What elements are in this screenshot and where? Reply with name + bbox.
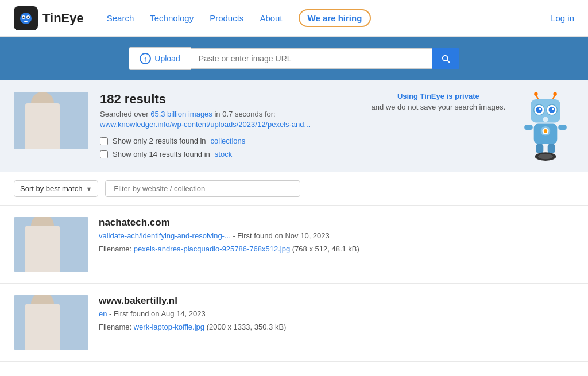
result-item: nachatech.com validate-ach/identifying-a… bbox=[0, 206, 588, 284]
result-url-link-2[interactable]: en bbox=[99, 309, 107, 318]
sort-label: Sort by best match bbox=[20, 184, 82, 193]
searched-text: Searched over bbox=[100, 110, 150, 118]
filename-link-1[interactable]: pexels-andrea-piacquadio-925786-768x512.… bbox=[134, 245, 290, 253]
nav-products[interactable]: Products bbox=[210, 13, 243, 23]
images-count: 65.3 billion images bbox=[150, 110, 212, 118]
result-filename-1: Filename: pexels-andrea-piacquadio-92578… bbox=[99, 245, 574, 253]
checkbox1-pre: Show only 2 results found in bbox=[113, 137, 206, 145]
search-button[interactable] bbox=[432, 48, 459, 69]
chevron-down-icon: ▼ bbox=[86, 185, 92, 192]
svg-point-24 bbox=[544, 129, 547, 133]
checkbox-collections[interactable]: Show only 2 results found in collections bbox=[100, 137, 360, 145]
upload-button[interactable]: ↑ Upload bbox=[129, 47, 190, 70]
svg-point-20 bbox=[543, 117, 548, 122]
sort-filter-bar: Sort by best match ▼ bbox=[0, 172, 588, 206]
result-filename-2: Filename: werk-laptop-koffie.jpg (2000 x… bbox=[99, 323, 574, 331]
checkbox2-pre: Show only 14 results found in bbox=[113, 150, 210, 158]
filename-suffix-1: (768 x 512, 48.1 kB) bbox=[290, 245, 359, 253]
svg-rect-25 bbox=[524, 125, 533, 130]
filename-pre-1: Filename: bbox=[99, 245, 134, 253]
logo-text: TinEye bbox=[42, 11, 84, 26]
results-thumbnail bbox=[14, 92, 88, 149]
privacy-text: and we do not save your search images. bbox=[372, 103, 505, 111]
logo-icon bbox=[14, 6, 38, 30]
svg-rect-6 bbox=[24, 21, 28, 22]
filter-checkboxes: Show only 2 results found in collections… bbox=[100, 137, 360, 158]
svg-point-10 bbox=[553, 92, 556, 95]
result-info-2: www.bakertilly.nl en - First found on Au… bbox=[99, 295, 574, 331]
results-searched: Searched over 65.3 billion images in 0.7… bbox=[100, 110, 360, 118]
hiring-button[interactable]: We are hiring bbox=[299, 9, 372, 27]
svg-point-16 bbox=[539, 108, 541, 110]
filename-pre-2: Filename: bbox=[99, 323, 134, 331]
time-text: in 0.7 seconds for: bbox=[212, 110, 276, 118]
result-info-1: nachatech.com validate-ach/identifying-a… bbox=[99, 217, 574, 253]
svg-point-14 bbox=[536, 107, 542, 113]
main-nav: Search Technology Products About We are … bbox=[107, 9, 551, 27]
result-url-suffix-2: - First found on Aug 14, 2023 bbox=[107, 309, 205, 318]
svg-point-4 bbox=[23, 16, 25, 18]
nav-technology[interactable]: Technology bbox=[150, 13, 194, 23]
result-domain-1: nachatech.com bbox=[99, 217, 574, 228]
search-icon bbox=[440, 53, 451, 64]
svg-point-5 bbox=[28, 16, 29, 18]
url-input[interactable] bbox=[191, 48, 432, 69]
results-count: 182 results bbox=[100, 92, 360, 107]
result-domain-2: www.bakertilly.nl bbox=[99, 295, 574, 307]
svg-rect-28 bbox=[548, 144, 555, 153]
results-section: 182 results Searched over 65.3 billion i… bbox=[0, 80, 588, 172]
result-url-suffix-1: - First found on Nov 10, 2023 bbox=[231, 231, 330, 240]
logo-link[interactable]: TinEye bbox=[14, 6, 84, 30]
results-info: 182 results Searched over 65.3 billion i… bbox=[100, 92, 360, 158]
stock-link[interactable]: stock bbox=[215, 150, 232, 158]
svg-rect-27 bbox=[536, 144, 543, 153]
sort-dropdown[interactable]: Sort by best match ▼ bbox=[14, 180, 98, 197]
collections-checkbox[interactable] bbox=[100, 137, 108, 145]
checkbox-stock[interactable]: Show only 14 results found in stock bbox=[100, 150, 360, 158]
nav-about[interactable]: About bbox=[260, 13, 282, 23]
svg-point-30 bbox=[538, 154, 553, 159]
thumbnail-image-1 bbox=[14, 217, 88, 272]
upload-icon: ↑ bbox=[140, 53, 151, 64]
robot-illustration bbox=[517, 92, 574, 161]
stock-checkbox[interactable] bbox=[100, 150, 108, 158]
search-url-link[interactable]: www.knowledger.info/wp-content/uploads/2… bbox=[100, 120, 310, 129]
upload-label: Upload bbox=[154, 54, 180, 63]
svg-point-8 bbox=[534, 92, 537, 95]
privacy-box: Using TinEye is private and we do not sa… bbox=[372, 92, 505, 111]
search-bar: ↑ Upload bbox=[0, 37, 588, 80]
header: TinEye Search Technology Products About … bbox=[0, 0, 588, 37]
result-url-row-2: en - First found on Aug 14, 2023 bbox=[99, 309, 574, 318]
login-button[interactable]: Log in bbox=[551, 13, 574, 23]
result-url-row-1: validate-ach/identifying-and-resolving-.… bbox=[99, 231, 574, 240]
svg-rect-26 bbox=[558, 125, 567, 130]
nav-search[interactable]: Search bbox=[107, 13, 134, 23]
privacy-title: Using TinEye is private bbox=[372, 92, 505, 100]
result-thumbnail-2 bbox=[14, 295, 88, 350]
result-item: www.bakertilly.nl en - First found on Au… bbox=[0, 284, 588, 362]
collections-link[interactable]: collections bbox=[211, 137, 246, 145]
result-thumbnail-1 bbox=[14, 217, 88, 272]
result-url-link-1[interactable]: validate-ach/identifying-and-resolving-.… bbox=[99, 231, 231, 240]
svg-point-15 bbox=[549, 107, 555, 113]
thumbnail-image bbox=[14, 92, 88, 149]
filename-link-2[interactable]: werk-laptop-koffie.jpg bbox=[134, 323, 204, 331]
robot-icon bbox=[517, 92, 574, 161]
filter-input[interactable] bbox=[105, 180, 300, 197]
thumbnail-image-2 bbox=[14, 295, 88, 350]
filename-suffix-2: (2000 x 1333, 350.3 kB) bbox=[204, 323, 286, 331]
svg-point-17 bbox=[552, 108, 554, 110]
